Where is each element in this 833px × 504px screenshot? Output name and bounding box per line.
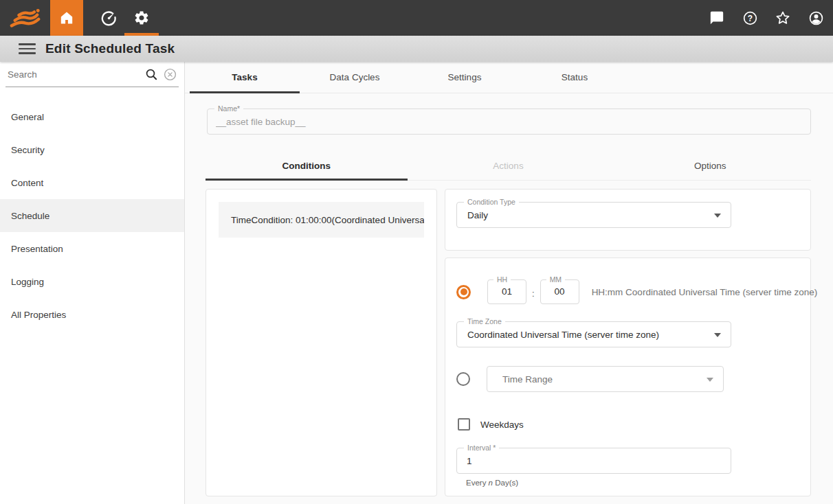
search-icon[interactable]: [144, 67, 159, 82]
chevron-down-icon: [707, 378, 713, 382]
help-icon: ?: [742, 10, 758, 26]
messages-button[interactable]: [700, 0, 733, 36]
condition-type-label: Condition Type: [464, 198, 519, 207]
tab-data-cycles[interactable]: Data Cycles: [300, 62, 410, 93]
sidebar-search: [5, 62, 179, 87]
task-content: Name* Conditions Actions Options TimeCon…: [185, 93, 833, 504]
search-input[interactable]: [5, 69, 144, 80]
nav-home-button[interactable]: [50, 0, 83, 36]
subtabbar: Conditions Actions Options: [206, 152, 811, 181]
logo-swoosh-icon: [10, 5, 41, 31]
sidebar-item-presentation[interactable]: Presentation: [0, 232, 184, 265]
primary-nav: [50, 0, 158, 36]
body: General Security Content Schedule Presen…: [0, 62, 833, 504]
condition-list-item[interactable]: TimeCondition: 01:00:00(Coordinated Univ…: [219, 202, 424, 238]
hour-field-label: HH: [493, 275, 511, 284]
help-button[interactable]: ?: [733, 0, 766, 36]
time-range-radio[interactable]: [456, 372, 470, 386]
main-tabbar: Tasks Data Cycles Settings Status: [185, 62, 833, 93]
clear-icon: [163, 67, 177, 82]
subtab-conditions[interactable]: Conditions: [206, 152, 408, 180]
name-field: Name*: [207, 108, 811, 135]
sidebar-item-general[interactable]: General: [0, 100, 184, 133]
page-title: Edit Scheduled Task: [45, 41, 175, 56]
sidebar-item-schedule[interactable]: Schedule: [0, 199, 184, 232]
fixed-time-row: HH : MM HH:mm Coordinated Universal Time…: [456, 277, 799, 306]
time-zone-value: Coordinated Universal Time (server time …: [457, 330, 659, 340]
daily-settings-card: HH : MM HH:mm Coordinated Universal Time…: [445, 257, 811, 496]
favorites-star-icon: [775, 10, 791, 26]
time-range-row: Time Range: [456, 366, 799, 392]
interval-helper-text: Every n Day(s): [456, 479, 799, 487]
interval-input[interactable]: [457, 456, 731, 466]
tab-status[interactable]: Status: [520, 62, 630, 93]
time-format-caption: HH:mm Coordinated Universal Time (server…: [592, 287, 818, 297]
interval-field-label: Interval *: [464, 444, 499, 453]
menu-button[interactable]: [19, 43, 36, 54]
time-range-select[interactable]: Time Range: [487, 366, 724, 392]
sidebar-item-content[interactable]: Content: [0, 166, 184, 199]
main-panel: Tasks Data Cycles Settings Status Name* …: [185, 62, 833, 504]
topbar-actions: ?: [700, 0, 833, 36]
clear-search-button[interactable]: [163, 67, 177, 82]
favorites-button[interactable]: [766, 0, 799, 36]
minute-field: MM: [540, 279, 579, 304]
titlebar: Edit Scheduled Task: [0, 36, 833, 62]
time-separator: :: [532, 288, 535, 299]
sidebar-item-all-properties[interactable]: All Properties: [0, 298, 184, 331]
weekdays-row: Weekdays: [456, 418, 799, 431]
tab-settings[interactable]: Settings: [410, 62, 520, 93]
account-icon: [808, 10, 824, 26]
chevron-down-icon: [714, 333, 721, 337]
conditions-list-panel: TimeCondition: 01:00:00(Coordinated Univ…: [206, 189, 437, 496]
weekdays-checkbox[interactable]: [458, 418, 470, 431]
dashboard-gauge-icon: [100, 10, 118, 27]
fixed-time-radio[interactable]: [456, 285, 471, 299]
subtab-options[interactable]: Options: [609, 152, 811, 180]
interval-field: Interval *: [456, 448, 731, 474]
time-range-value: Time Range: [487, 374, 553, 385]
name-input[interactable]: [208, 117, 810, 127]
weekdays-label: Weekdays: [480, 420, 524, 430]
conditions-panels: TimeCondition: 01:00:00(Coordinated Univ…: [206, 189, 811, 496]
time-zone-label: Time Zone: [464, 317, 505, 326]
subtab-actions[interactable]: Actions: [408, 152, 610, 180]
messages-icon: [709, 10, 724, 25]
condition-editor: Condition Type Daily HH: [445, 189, 811, 496]
sidebar-item-security[interactable]: Security: [0, 133, 184, 166]
app-logo[interactable]: [0, 0, 50, 36]
settings-gear-icon: [133, 10, 150, 26]
chevron-down-icon: [714, 214, 721, 218]
topbar: ?: [0, 0, 833, 36]
svg-text:?: ?: [747, 13, 752, 23]
condition-type-value: Daily: [457, 210, 488, 220]
sidebar-nav: General Security Content Schedule Presen…: [0, 100, 184, 331]
minute-field-label: MM: [546, 275, 566, 284]
nav-dashboard-button[interactable]: [92, 0, 125, 36]
sidebar-item-logging[interactable]: Logging: [0, 265, 184, 298]
account-button[interactable]: [799, 0, 832, 36]
condition-type-select[interactable]: Condition Type Daily: [456, 202, 731, 228]
nav-settings-button[interactable]: [125, 0, 158, 36]
edit-scheduled-task-screen: ?: [0, 0, 833, 504]
home-icon: [58, 10, 75, 26]
condition-type-card: Condition Type Daily: [445, 189, 811, 251]
hour-field: HH: [487, 279, 526, 304]
time-zone-select[interactable]: Time Zone Coordinated Universal Time (se…: [456, 321, 731, 347]
sidebar: General Security Content Schedule Presen…: [0, 62, 185, 504]
tab-tasks[interactable]: Tasks: [190, 62, 300, 93]
name-field-label: Name*: [214, 104, 243, 113]
